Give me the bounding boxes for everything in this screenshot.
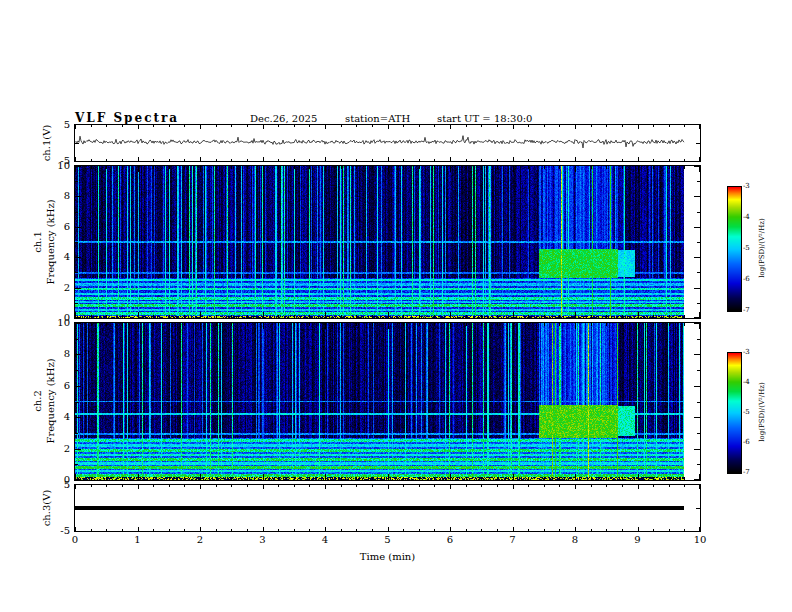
ch2-spectrogram-canvas xyxy=(75,323,700,480)
colorbar-tick-label: -6 xyxy=(743,275,750,283)
colorbar-tick-label: -6 xyxy=(743,438,750,446)
ch1-colorbar-label: log(PSD)/(V²/Hz) xyxy=(758,218,766,277)
colorbar-tick-label: -4 xyxy=(743,213,750,221)
colorbar-tick-label: -5 xyxy=(743,408,750,416)
voltage-tick-label: 5 xyxy=(48,119,70,130)
colorbar-tick-label: -4 xyxy=(743,378,750,386)
colorbar-tick-label: -5 xyxy=(743,244,750,252)
x-tick-label: 5 xyxy=(373,534,403,545)
colorbar-tick-label: -7 xyxy=(743,468,750,476)
freq-tick-label: 4 xyxy=(48,411,70,422)
voltage-tick-label: -5 xyxy=(48,155,70,166)
x-tick-label: 6 xyxy=(435,534,465,545)
voltage-tick-label: -5 xyxy=(48,525,70,536)
ch2-spectrogram-panel xyxy=(74,322,701,481)
voltage-tick-label: 5 xyxy=(48,479,70,490)
freq-tick-label: 8 xyxy=(48,190,70,201)
colorbar-tick-label: -3 xyxy=(743,182,750,190)
time-axis-label: Time (min) xyxy=(347,551,428,562)
ch1-spectrogram-canvas xyxy=(75,166,700,318)
freq-tick-label: 6 xyxy=(48,380,70,391)
ch3-waveform-canvas xyxy=(75,485,700,531)
x-tick-label: 1 xyxy=(123,534,153,545)
x-tick-label: 10 xyxy=(685,534,715,545)
x-tick-label: 2 xyxy=(185,534,215,545)
vlf-spectra-figure: VLF Spectra Dec.26, 2025 station=ATH sta… xyxy=(0,0,792,612)
freq-tick-label: 4 xyxy=(48,251,70,262)
plot-title: VLF Spectra xyxy=(75,111,179,125)
ch2-spectrogram-channel-label: ch.2 xyxy=(32,390,43,412)
ch1-colorbar xyxy=(727,186,742,312)
x-tick-label: 8 xyxy=(560,534,590,545)
x-tick-label: 9 xyxy=(623,534,653,545)
ch1-spectrogram-panel xyxy=(74,165,701,319)
freq-tick-label: 10 xyxy=(48,317,70,328)
ch1-voltage-panel xyxy=(74,124,701,162)
date-label: Dec.26, 2025 xyxy=(250,113,317,124)
ch3-voltage-panel xyxy=(74,484,701,532)
colorbar-tick-label: -7 xyxy=(743,306,750,314)
colorbar-tick-label: -3 xyxy=(743,348,750,356)
x-tick-label: 4 xyxy=(310,534,340,545)
freq-tick-label: 2 xyxy=(48,282,70,293)
ch2-colorbar xyxy=(727,352,742,474)
start-ut-label: start UT = 18:30:0 xyxy=(437,113,532,124)
station-label: station=ATH xyxy=(345,113,410,124)
ch1-frequency-axis-label: Frequency (kHz) xyxy=(45,199,56,284)
ch1-waveform-canvas xyxy=(75,125,700,161)
x-tick-label: 7 xyxy=(498,534,528,545)
ch3-voltage-axis-label: ch.3(V) xyxy=(41,490,52,527)
freq-tick-label: 6 xyxy=(48,221,70,232)
ch2-colorbar-label: log(PSD)/(V²/Hz) xyxy=(758,382,766,441)
freq-tick-label: 8 xyxy=(48,348,70,359)
ch2-frequency-axis-label: Frequency (kHz) xyxy=(45,358,56,443)
freq-tick-label: 2 xyxy=(48,443,70,454)
ch1-spectrogram-channel-label: ch.1 xyxy=(32,231,43,253)
x-tick-label: 3 xyxy=(248,534,278,545)
